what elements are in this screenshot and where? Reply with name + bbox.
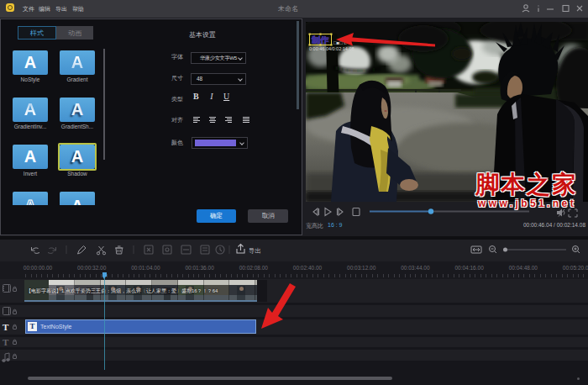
svg-text:制作: 制作 bbox=[311, 35, 329, 45]
svg-text:导出: 导出 bbox=[249, 247, 261, 255]
svg-text:0:00:46.04/0:02:14.08: 0:00:46.04/0:02:14.08 bbox=[309, 46, 354, 51]
svg-text:T: T bbox=[3, 322, 9, 332]
svg-text:T: T bbox=[3, 337, 9, 347]
